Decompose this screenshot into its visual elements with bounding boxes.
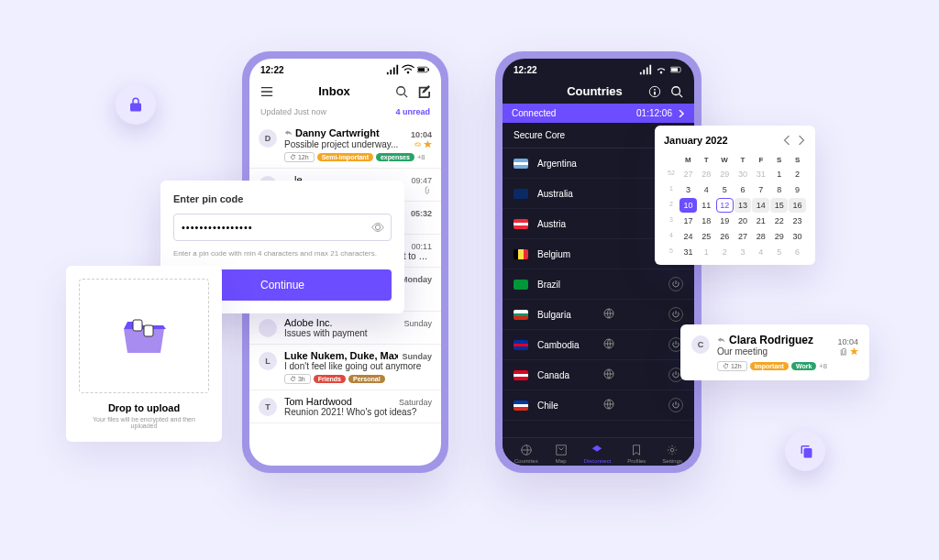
calendar-day[interactable]: 3 (679, 182, 697, 197)
calendar-day[interactable]: 5 (770, 245, 788, 259)
country-row[interactable]: Bulgaria (503, 300, 694, 330)
tab-map[interactable]: Map (555, 444, 568, 464)
calendar-day[interactable]: 6 (789, 245, 806, 259)
calendar-day[interactable]: 19 (716, 214, 734, 228)
nav-bar-dark: Countries (503, 79, 694, 104)
calendar-day[interactable]: 30 (789, 229, 806, 244)
calendar-day[interactable]: 28 (752, 229, 769, 244)
drop-subtitle: Your files will be encrypted and then up… (79, 416, 209, 429)
calendar-day[interactable]: 29 (770, 229, 788, 244)
calendar-day[interactable]: 2 (716, 245, 734, 259)
connected-banner[interactable]: Connected 01:12:06 (503, 104, 694, 123)
tab-profiles[interactable]: Profiles (627, 444, 646, 464)
flag-icon (514, 159, 528, 169)
status-time: 12:22 (514, 65, 537, 75)
calendar-day[interactable]: 27 (735, 229, 752, 244)
flag-icon (514, 310, 528, 320)
calendar-day[interactable]: 13 (735, 198, 752, 213)
calendar-day[interactable]: 1 (770, 167, 788, 181)
calendar-day[interactable]: 23 (789, 214, 806, 228)
svg-rect-15 (144, 325, 153, 336)
calendar-grid[interactable]: 5227282930311213456789210111213141516317… (664, 167, 806, 259)
calendar-day[interactable]: 26 (716, 229, 734, 244)
unread-count[interactable]: 4 unread (395, 107, 430, 116)
eye-icon[interactable] (371, 221, 384, 234)
calendar-day[interactable]: 16 (789, 198, 806, 213)
calendar-day[interactable]: 20 (735, 214, 752, 228)
calendar-day[interactable]: 8 (770, 182, 788, 197)
svg-point-13 (670, 448, 674, 452)
calendar-day[interactable]: 4 (752, 245, 769, 259)
calendar-day: 2 (664, 198, 679, 213)
calendar-day[interactable]: 1 (698, 245, 715, 259)
calendar-day[interactable]: 24 (679, 229, 697, 244)
message-row[interactable]: Adobe Inc.SundayIssues with payment (249, 312, 441, 345)
calendar-day[interactable]: 11 (698, 198, 715, 213)
calendar-day[interactable]: 7 (752, 182, 769, 197)
battery-icon (670, 63, 683, 76)
menu-icon[interactable] (260, 85, 273, 98)
calendar-day[interactable]: 29 (716, 167, 734, 181)
search-icon[interactable] (670, 85, 683, 98)
chevron-right-icon[interactable] (797, 136, 806, 145)
calendar-day[interactable]: 5 (716, 182, 734, 197)
calendar-day[interactable]: 27 (679, 167, 697, 181)
calendar-day[interactable]: 14 (752, 198, 769, 213)
compose-icon[interactable] (417, 85, 430, 98)
calendar-day[interactable]: 12 (716, 198, 734, 213)
country-row[interactable]: Cambodia (503, 330, 694, 360)
calendar-day[interactable]: 31 (752, 167, 769, 181)
calendar-day[interactable]: 15 (770, 198, 788, 213)
calendar-day[interactable]: 22 (770, 214, 788, 228)
event-card[interactable]: C Clara Rodriguez 10:04 Our meeting ⏱ 12… (680, 324, 869, 380)
signal-icon (386, 63, 399, 76)
tab-settings[interactable]: Settings (662, 444, 682, 464)
svg-rect-14 (133, 320, 142, 331)
calendar-day[interactable]: 9 (789, 182, 806, 197)
message-row[interactable]: TTom HardwoodSaturdayReunion 2021! Who's… (249, 390, 441, 423)
country-row[interactable]: Canada (503, 360, 694, 390)
search-icon[interactable] (395, 85, 408, 98)
status-bar-left: 12:22 (249, 59, 441, 79)
nav-title: Countries (541, 84, 648, 98)
power-icon[interactable] (668, 398, 683, 412)
avatar (259, 319, 277, 337)
country-row[interactable]: Brazil (503, 269, 694, 300)
info-icon[interactable] (648, 85, 661, 98)
calendar-day[interactable]: 4 (698, 182, 715, 197)
calendar-day[interactable]: 10 (679, 198, 697, 213)
calendar-day[interactable]: 31 (679, 245, 697, 259)
calendar-day[interactable]: 17 (679, 214, 697, 228)
country-row[interactable]: Chile (503, 390, 694, 421)
connected-time: 01:12:06 (636, 108, 672, 118)
tab-disconnect[interactable]: Disconnect (584, 444, 612, 464)
calendar-day[interactable]: 2 (789, 167, 806, 181)
drop-zone[interactable] (79, 279, 209, 393)
pin-title: Enter pin code (173, 193, 392, 204)
calendar-day[interactable]: 21 (752, 214, 769, 228)
flag-icon (514, 280, 528, 290)
chevron-left-icon[interactable] (782, 136, 791, 145)
pin-input[interactable] (173, 214, 392, 241)
avatar: C (691, 335, 710, 354)
message-row[interactable]: DDanny Cartwright10:04Possible project u… (249, 122, 441, 169)
calendar-day[interactable]: 3 (735, 245, 752, 259)
svg-rect-1 (418, 68, 425, 71)
calendar-day[interactable]: 18 (698, 214, 715, 228)
calendar-day[interactable]: 6 (735, 182, 752, 197)
lock-icon (127, 96, 144, 113)
message-row[interactable]: LLuke Nukem, Duke, Max...SundayI don't f… (249, 345, 441, 390)
status-time: 12:22 (260, 65, 284, 75)
update-row: Updated Just now 4 unread (249, 104, 441, 122)
power-icon[interactable] (668, 307, 683, 322)
calendar-day[interactable]: 28 (698, 167, 715, 181)
folder-icon (116, 309, 171, 364)
reply-icon (717, 336, 725, 345)
flag-icon (514, 249, 528, 259)
power-icon[interactable] (668, 277, 683, 291)
tab-countries[interactable]: Countries (514, 444, 538, 464)
calendar-day[interactable]: 30 (735, 167, 752, 181)
battery-icon (417, 63, 430, 76)
calendar-card: January 2022 MTWTFSS 5227282930311213456… (655, 126, 815, 265)
calendar-day[interactable]: 25 (698, 229, 715, 244)
